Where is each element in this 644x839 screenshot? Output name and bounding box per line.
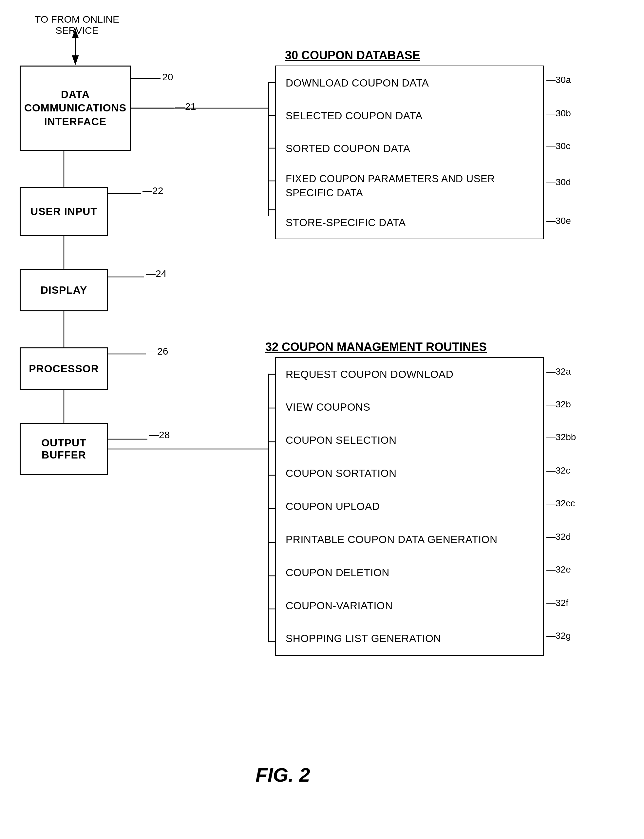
ref-32bb: —32bb (546, 432, 576, 443)
ref-30e: —30e (546, 216, 571, 226)
coupon-database-header: 30 COUPON DATABASE (285, 48, 420, 62)
ref-32e: —32e (546, 564, 571, 575)
display-box: DISPLAY (20, 269, 108, 311)
figure-label: FIG. 2 (256, 763, 310, 786)
ref-32b: —32b (546, 399, 571, 410)
mgmt-box-32cc: COUPON UPLOAD (275, 490, 544, 523)
ref-26: —26 (148, 346, 168, 357)
ref-30d: —30d (546, 177, 571, 188)
mgmt-box-32a: REQUEST COUPON DOWNLOAD (275, 357, 544, 391)
mgmt-box-32d: PRINTABLE COUPON DATA GENERATION (275, 523, 544, 556)
ref-24: —24 (146, 268, 166, 279)
ref-30c: —30c (546, 141, 570, 151)
mgmt-box-32e: COUPON DELETION (275, 556, 544, 590)
db-box-30c: SORTED COUPON DATA (275, 132, 544, 165)
ref-32f: —32f (546, 598, 568, 608)
ref-32d: —32d (546, 531, 571, 542)
db-box-30e: STORE-SPECIFIC DATA (275, 206, 544, 239)
db-box-30a: DOWNLOAD COUPON DATA (275, 66, 544, 100)
mgmt-box-32f: COUPON-VARIATION (275, 589, 544, 623)
data-comm-box: DATA COMMUNICATIONS INTERFACE (20, 66, 131, 151)
ref-32g: —32g (546, 630, 571, 641)
db-box-30d: FIXED COUPON PARAMETERS AND USER SPECIFI… (275, 165, 544, 207)
ref-32a: —32a (546, 367, 571, 377)
ref-22: —22 (143, 185, 163, 196)
user-input-box: USER INPUT (20, 187, 108, 236)
processor-box: PROCESSOR (20, 347, 108, 390)
coupon-management-header: 32 COUPON MANAGEMENT ROUTINES (265, 340, 487, 354)
mgmt-box-32g: SHOPPING LIST GENERATION (275, 622, 544, 656)
ref-30b: —30b (546, 108, 571, 118)
mgmt-box-32bb: COUPON SELECTION (275, 423, 544, 457)
output-buffer-box: OUTPUT BUFFER (20, 423, 108, 475)
ref-32cc: —32cc (546, 498, 575, 508)
db-box-30b: SELECTED COUPON DATA (275, 99, 544, 132)
ref-30a: —30a (546, 75, 571, 85)
ref-32c: —32c (546, 466, 570, 476)
online-service-label: TO FROM ONLINE SERVICE (23, 14, 131, 36)
ref-21: —21 (175, 101, 196, 112)
ref-28: —28 (149, 429, 170, 441)
mgmt-box-32b: VIEW COUPONS (275, 390, 544, 424)
ref-20: 20 (162, 71, 173, 82)
mgmt-box-32c: COUPON SORTATION (275, 457, 544, 490)
